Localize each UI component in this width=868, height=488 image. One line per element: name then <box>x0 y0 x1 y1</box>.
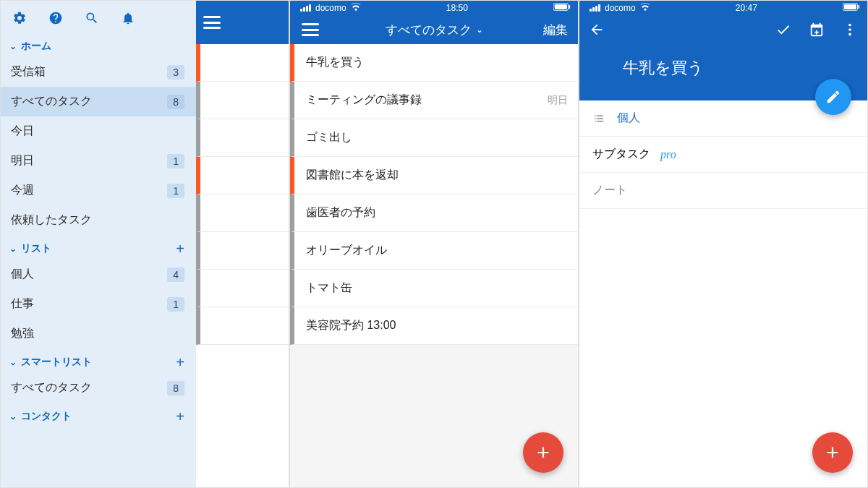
task-row-preview[interactable] <box>196 194 289 232</box>
task-row-preview[interactable] <box>196 82 289 119</box>
battery-icon <box>553 3 571 13</box>
nav-all-tasks[interactable]: すべてのタスク 8 <box>1 87 196 116</box>
nav-label: 今日 <box>11 124 34 139</box>
back-icon[interactable] <box>587 20 607 40</box>
list-name: 個人 <box>617 111 640 126</box>
wifi-icon <box>640 2 650 14</box>
nav-label: 明日 <box>11 153 34 168</box>
status-bar: docomo 20:47 <box>579 1 867 15</box>
nav-this-week[interactable]: 今週 1 <box>1 176 196 205</box>
nav-label: 勉強 <box>11 326 34 341</box>
task-row-preview[interactable] <box>196 157 289 194</box>
add-task-fab[interactable]: + <box>523 432 563 473</box>
task-row[interactable]: 牛乳を買う <box>290 44 578 82</box>
svg-point-8 <box>848 33 851 36</box>
task-row[interactable]: 図書館に本を返却 <box>290 157 578 194</box>
task-row[interactable]: トマト缶 <box>290 270 578 307</box>
nav-count: 3 <box>167 65 184 80</box>
subtask-label: サブタスク <box>592 147 650 162</box>
svg-rect-5 <box>858 5 859 9</box>
list-icon <box>592 112 607 125</box>
status-bar: docomo 18:50 <box>290 1 578 15</box>
task-label: 歯医者の予約 <box>306 205 375 221</box>
chevron-down-icon: ⌄ <box>476 25 483 35</box>
nav-inbox[interactable]: 受信箱 3 <box>1 57 196 87</box>
list-work[interactable]: 仕事 1 <box>1 289 196 319</box>
notes-label: ノート <box>592 183 627 198</box>
sidebar-top-icons <box>1 1 196 33</box>
task-row[interactable]: 歯医者の予約 <box>290 194 578 232</box>
section-header-contacts[interactable]: ⌄ コンタクト + <box>1 403 196 427</box>
svg-point-6 <box>848 24 851 27</box>
smart-all-tasks[interactable]: すべてのタスク 8 <box>1 373 196 403</box>
task-row-preview[interactable] <box>196 307 289 345</box>
task-row-preview[interactable] <box>196 270 289 307</box>
task-label: 図書館に本を返却 <box>306 168 399 183</box>
nav-label: 個人 <box>11 267 34 282</box>
nav-delegated[interactable]: 依頼したタスク <box>1 205 196 235</box>
task-row[interactable]: オリーブオイル <box>290 232 578 270</box>
gear-icon[interactable] <box>12 11 27 25</box>
task-row-preview[interactable] <box>196 44 289 82</box>
section-header-smart[interactable]: ⌄ スマートリスト + <box>1 348 196 373</box>
svg-rect-4 <box>844 4 856 9</box>
nav-label: 依頼したタスク <box>11 213 92 228</box>
task-label: トマト缶 <box>306 281 352 296</box>
calendar-add-icon[interactable] <box>807 20 827 40</box>
task-label: 牛乳を買う <box>306 55 364 70</box>
nav-label: 仕事 <box>11 296 34 312</box>
add-fab[interactable]: + <box>812 432 853 473</box>
sidebar: ⌄ ホーム 受信箱 3 すべてのタスク 8 今日 明日 1 今週 1 <box>1 1 196 487</box>
edit-button[interactable]: 編集 <box>543 22 568 38</box>
task-row[interactable]: ゴミ出し <box>290 119 578 157</box>
nav-count: 8 <box>167 381 184 395</box>
task-row-preview[interactable] <box>196 119 289 157</box>
task-row[interactable]: ミーティングの議事録 明日 <box>290 82 578 119</box>
list-study[interactable]: 勉強 <box>1 319 196 348</box>
detail-notes[interactable]: ノート <box>579 173 867 209</box>
search-icon[interactable] <box>85 11 99 25</box>
complete-icon[interactable] <box>773 20 793 40</box>
task-row[interactable]: 美容院予約 13:00 <box>290 307 578 345</box>
detail-subtasks[interactable]: サブタスク pro <box>579 137 867 173</box>
svg-rect-1 <box>555 4 567 9</box>
edit-fab[interactable] <box>815 79 851 115</box>
task-label: 美容院予約 13:00 <box>306 318 396 333</box>
nav-count: 1 <box>167 154 184 168</box>
help-icon[interactable] <box>48 11 63 25</box>
chevron-down-icon: ⌄ <box>9 411 17 421</box>
chevron-down-icon: ⌄ <box>9 244 17 254</box>
panel-task-list: docomo 18:50 すべてのタスク ⌄ 編集 牛乳を買う <box>289 0 579 488</box>
bell-icon[interactable] <box>121 11 135 25</box>
detail-navbar <box>579 15 867 44</box>
add-list-button[interactable]: + <box>176 244 184 253</box>
under-drawer-preview <box>196 1 289 487</box>
section-header-lists[interactable]: ⌄ リスト + <box>1 235 196 260</box>
more-icon[interactable] <box>840 20 860 40</box>
hamburger-icon[interactable] <box>203 16 221 29</box>
add-smartlist-button[interactable]: + <box>176 358 184 367</box>
nav-label: すべてのタスク <box>11 94 92 109</box>
svg-point-7 <box>848 28 851 31</box>
nav-today[interactable]: 今日 <box>1 116 196 146</box>
clock: 18:50 <box>446 3 468 13</box>
section-title: コンタクト <box>21 410 72 423</box>
hamburger-icon[interactable] <box>300 20 320 40</box>
signal-icon <box>300 4 311 12</box>
signal-icon <box>590 4 600 12</box>
nav-tomorrow[interactable]: 明日 1 <box>1 146 196 176</box>
carrier-label: docomo <box>315 3 346 13</box>
battery-icon <box>843 3 860 13</box>
task-label: ミーティングの議事録 <box>306 93 422 108</box>
section-title: ホーム <box>21 40 51 53</box>
task-list: 牛乳を買う ミーティングの議事録 明日 ゴミ出し 図書館に本を返却 歯医者の予約… <box>290 44 578 345</box>
section-title: リスト <box>21 242 51 255</box>
task-row-preview[interactable] <box>196 232 289 270</box>
svg-rect-2 <box>569 5 570 9</box>
chevron-down-icon: ⌄ <box>9 41 17 51</box>
list-personal[interactable]: 個人 4 <box>1 260 196 289</box>
section-header-home[interactable]: ⌄ ホーム <box>1 33 196 57</box>
add-contact-button[interactable]: + <box>176 412 184 421</box>
chevron-down-icon: ⌄ <box>9 357 17 367</box>
navbar-title[interactable]: すべてのタスク <box>386 22 472 38</box>
